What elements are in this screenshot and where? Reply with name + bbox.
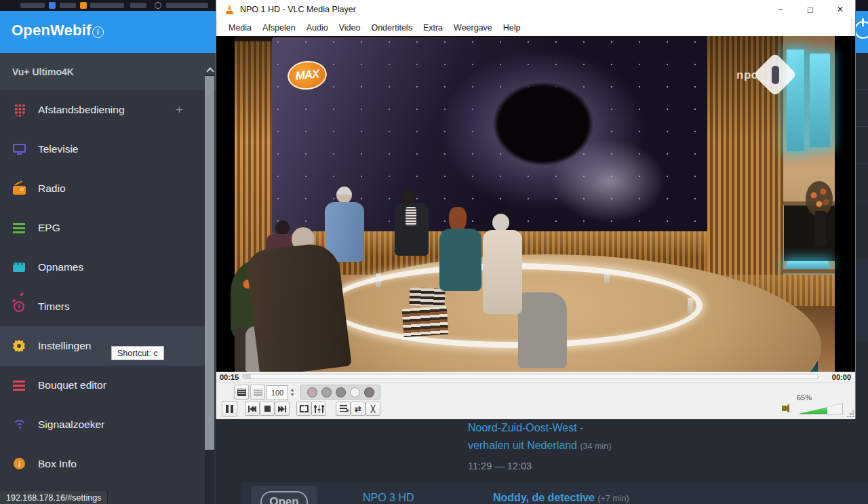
green-key-button[interactable] xyxy=(321,387,332,398)
program-duration: (34 min) xyxy=(580,442,611,451)
program-title-link[interactable]: Noord-Zuid-Oost-West - xyxy=(468,422,583,434)
info-icon[interactable] xyxy=(92,26,104,38)
stop-button[interactable] xyxy=(260,402,275,416)
row-divider xyxy=(856,89,868,90)
expand-plus-icon[interactable]: + xyxy=(176,102,183,117)
channel-name-link[interactable]: NPO 3 HD xyxy=(363,492,414,504)
next-button[interactable] xyxy=(275,402,290,416)
menu-key-button[interactable] xyxy=(364,387,374,398)
window-resize-grip[interactable] xyxy=(846,410,854,417)
water-glass xyxy=(604,270,610,284)
orange-bookmark-icon[interactable] xyxy=(80,2,87,9)
sidebar-item-box-info[interactable]: Box Info xyxy=(0,444,205,484)
next-program-offset: (+7 min) xyxy=(597,494,629,503)
gear-icon xyxy=(12,338,28,353)
water-glass xyxy=(688,298,693,313)
sidebar-item-radio[interactable]: Radio xyxy=(0,169,205,208)
epg-row[interactable]: Open NPO 3 HD Noddy, de detective (+7 mi… xyxy=(241,482,868,504)
spin-down-icon: ▼ xyxy=(290,393,295,397)
sidebar-item-televisie[interactable]: Televisie xyxy=(0,130,205,169)
extended-settings-button[interactable] xyxy=(311,402,326,416)
volume-slider[interactable] xyxy=(798,403,843,414)
vase xyxy=(815,211,826,246)
minimize-button[interactable]: − xyxy=(766,0,795,19)
menu-afspelen[interactable]: Afspelen xyxy=(257,23,301,33)
bookmark-text-fragment xyxy=(166,3,208,8)
speaker-icon[interactable] xyxy=(782,406,786,411)
stop-icon xyxy=(264,406,271,412)
foreground-man-jacket xyxy=(245,241,352,372)
playlist-icon xyxy=(340,405,347,412)
striped-shirt xyxy=(406,207,416,226)
menu-weergave[interactable]: Weergave xyxy=(448,23,498,33)
sidebar-item-signaalzoeker[interactable]: Signaalzoeker xyxy=(0,405,205,444)
radio-icon xyxy=(12,181,28,196)
total-time: 00:00 xyxy=(832,373,851,381)
row-divider xyxy=(856,163,868,164)
bookmark-text-fragment xyxy=(90,3,124,8)
info-circle-icon xyxy=(12,457,28,471)
recordings-icon xyxy=(12,260,28,275)
vlc-menubar: Media Afspelen Audio Video Ondertitels E… xyxy=(218,19,850,36)
power-icon[interactable] xyxy=(854,21,868,39)
epg-list-icon xyxy=(12,220,28,235)
sidebar-item-bouquet-editor[interactable]: Bouquet editor xyxy=(0,366,205,405)
red-key-button[interactable] xyxy=(307,387,317,398)
npo1-logo-bar xyxy=(772,66,779,84)
teletext-page-input[interactable]: 100 xyxy=(267,385,288,400)
loop-button[interactable]: ⇄ xyxy=(351,402,366,416)
vlc-titlebar[interactable]: NPO 1 HD - VLC Media Player − □ × xyxy=(216,0,855,19)
menu-help[interactable]: Help xyxy=(498,23,526,33)
volume-fill xyxy=(799,404,827,414)
row-highlight-edge xyxy=(856,259,868,342)
host-head xyxy=(336,187,352,203)
sidebar-item-epg[interactable]: EPG xyxy=(0,208,205,248)
tv-studio-scene: MAX npo xyxy=(235,36,835,372)
maximize-button[interactable]: □ xyxy=(795,0,825,19)
bouquet-list-icon xyxy=(12,378,28,393)
previous-button[interactable] xyxy=(245,402,260,416)
menu-extra[interactable]: Extra xyxy=(418,23,448,33)
yellow-key-button[interactable] xyxy=(336,387,346,398)
program-title-link-line2[interactable]: verhalen uit Nederland (34 min) xyxy=(468,440,611,452)
page-spinner[interactable]: ▲▼ xyxy=(288,385,296,399)
channel-picon[interactable]: Open xyxy=(251,486,317,504)
blue-key-button[interactable] xyxy=(350,387,360,398)
pause-button[interactable] xyxy=(222,401,237,416)
sidebar-item-instellingen[interactable]: Instellingen xyxy=(0,326,205,366)
shuffle-button[interactable]: ╳ xyxy=(366,402,380,416)
teletext-transparency-button[interactable] xyxy=(250,385,265,400)
menu-video[interactable]: Video xyxy=(334,23,366,33)
next-program-link[interactable]: Noddy, de detective (+7 min) xyxy=(493,492,629,504)
blue-bookmark-icon[interactable] xyxy=(49,2,56,9)
sidebar-item-timers[interactable]: Timers xyxy=(0,287,205,326)
menu-audio[interactable]: Audio xyxy=(301,23,334,33)
menu-media[interactable]: Media xyxy=(223,23,257,33)
cyan-light-panel xyxy=(787,50,804,151)
pause-icon xyxy=(226,405,233,413)
sidebar: Vu+ Ultimo4K Afstandsbediening + Televis… xyxy=(0,53,216,504)
sidebar-item-afstandsbediening[interactable]: Afstandsbediening + xyxy=(0,90,205,130)
fullscreen-button[interactable] xyxy=(296,402,311,416)
shelf-edge xyxy=(783,269,835,273)
bookmark-text-fragment xyxy=(60,3,76,8)
volume-percent-label: 65% xyxy=(797,393,812,402)
scrollbar-up-arrow[interactable] xyxy=(205,64,214,75)
menu-ondertitels[interactable]: Ondertitels xyxy=(366,23,417,33)
bookmark-text-fragment xyxy=(130,3,146,8)
device-section: Vu+ Ultimo4K xyxy=(0,53,216,90)
seek-slider[interactable] xyxy=(242,374,818,379)
sidebar-scrollbar-thumb[interactable] xyxy=(205,76,214,450)
teletext-button[interactable] xyxy=(234,385,249,400)
app-title: OpenWebif xyxy=(12,22,92,39)
sidebar-item-opnames[interactable]: Opnames xyxy=(0,248,205,287)
close-button[interactable]: × xyxy=(825,0,855,19)
playlist-button[interactable] xyxy=(336,402,351,416)
globe-icon[interactable] xyxy=(155,2,161,9)
vlc-window: NPO 1 HD - VLC Media Player − □ × Media … xyxy=(216,0,856,419)
vlc-window-title: NPO 1 HD - VLC Media Player xyxy=(240,5,356,14)
guest-red-hair xyxy=(449,207,467,231)
vlc-toolbar: 100 ▲▼ ⇄ ╳ 65% xyxy=(216,382,855,419)
previous-icon xyxy=(248,406,256,412)
book-stack xyxy=(402,306,449,338)
